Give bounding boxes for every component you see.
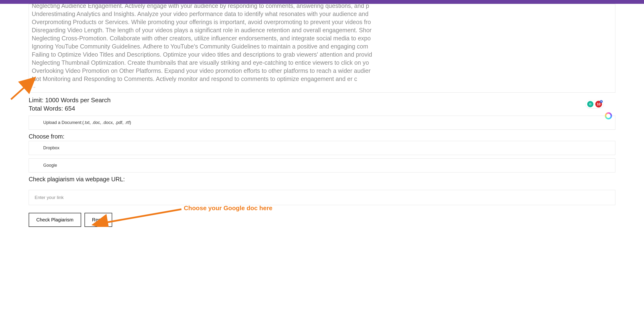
reset-button[interactable]: Reset (84, 213, 112, 227)
dropbox-label: Dropbox (43, 145, 60, 150)
text-line: Disregarding Video Length. The length of… (32, 26, 612, 34)
text-line: Not Monitoring and Responding to Comment… (32, 75, 612, 83)
google-label: Google (43, 163, 57, 168)
grammar-badges-container[interactable]: 10 (586, 100, 604, 108)
copilot-icon[interactable] (605, 112, 612, 119)
check-plagiarism-button[interactable]: Check Plagiarism (29, 213, 81, 227)
text-line: Neglecting Thumbnail Optimization. Creat… (32, 59, 612, 67)
svg-point-2 (590, 103, 591, 105)
word-limit-label: Limit: 1000 Words per Search (29, 97, 615, 104)
choose-dropbox-option[interactable]: Dropbox (29, 141, 615, 155)
expand-arrow-icon[interactable]: → (32, 84, 612, 90)
choose-from-label: Choose from: (29, 133, 615, 140)
upload-document-label: Upload a Document:(.txt, .doc, .docx, .p… (43, 120, 131, 125)
issue-count-badge[interactable]: 10 (595, 101, 602, 108)
annotation-choose-google-doc: Choose your Google doc here (184, 204, 272, 212)
text-line: Overpromoting Products or Services. Whil… (32, 18, 612, 26)
upload-document-box[interactable]: Upload a Document:(.txt, .doc, .docx, .p… (29, 116, 615, 130)
text-line: Ignoring YouTube Community Guidelines. A… (32, 42, 612, 50)
total-words-label: Total Words: 654 (29, 105, 615, 112)
url-section-label: Check plagiarism via webpage URL: (29, 176, 615, 183)
url-input[interactable] (29, 190, 615, 205)
text-line: Underestimating Analytics and Insights. … (32, 10, 612, 18)
grammar-check-icon[interactable] (587, 101, 594, 107)
text-line: Overlooking Video Promotion on Other Pla… (32, 67, 612, 75)
text-line: Neglecting Audience Engagement. Actively… (32, 4, 612, 10)
choose-google-option[interactable]: Google (29, 158, 615, 172)
top-purple-bar (0, 0, 644, 4)
issue-count-value: 10 (597, 102, 600, 106)
content-textarea[interactable]: Neglecting Audience Engagement. Actively… (29, 4, 615, 93)
text-line: Failing to Optimize Video Titles and Des… (32, 50, 612, 59)
text-line: Neglecting Cross-Promotion. Collaborate … (32, 34, 612, 42)
